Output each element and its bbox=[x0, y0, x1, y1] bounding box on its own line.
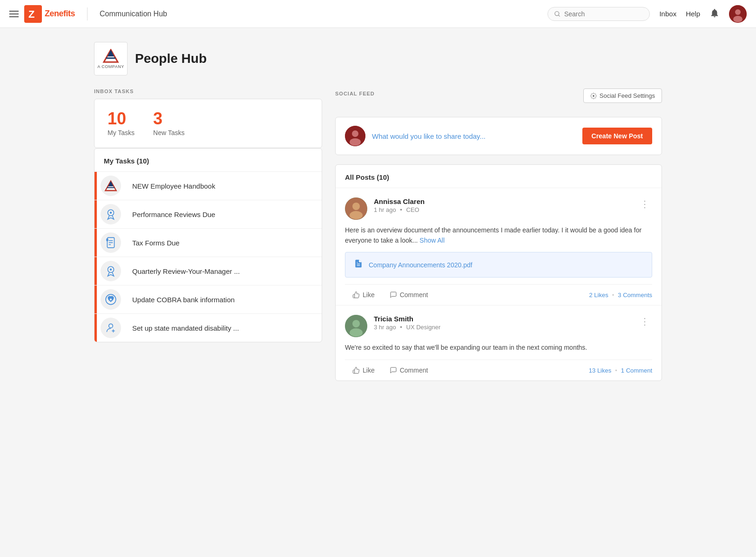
task-label: Update COBRA bank information bbox=[125, 296, 322, 304]
post-attachment[interactable]: Company Announcements 2020.pdf bbox=[345, 252, 652, 278]
comments-count[interactable]: 1 Comment bbox=[621, 367, 652, 374]
like-label: Like bbox=[363, 291, 375, 299]
document-icon bbox=[105, 237, 117, 249]
svg-point-35 bbox=[352, 320, 360, 327]
post-item: Annissa Claren 1 hr ago • CEO ⋮ Here is … bbox=[336, 188, 662, 306]
svg-point-30 bbox=[352, 203, 360, 210]
stat-dot: • bbox=[615, 367, 617, 374]
post-dot: • bbox=[400, 206, 402, 213]
task-label: Set up state mandated disability ... bbox=[125, 324, 322, 332]
task-icon-award2 bbox=[101, 261, 121, 281]
notifications-bell[interactable] bbox=[709, 8, 720, 20]
comment-icon bbox=[390, 367, 397, 374]
gear-icon bbox=[590, 93, 597, 99]
like-button[interactable]: Like bbox=[345, 365, 382, 376]
company-icon bbox=[104, 179, 117, 192]
likes-count[interactable]: 13 Likes bbox=[589, 367, 611, 374]
task-item[interactable]: Update COBRA bank information bbox=[94, 285, 322, 314]
post-role: UX Designer bbox=[406, 324, 441, 331]
post-meta: Tricia Smith 3 hr ago • UX Designer bbox=[374, 315, 631, 331]
task-item[interactable]: Set up state mandated disability ... bbox=[94, 314, 322, 342]
help-link[interactable]: Help bbox=[686, 10, 700, 18]
task-icon-person-plus bbox=[101, 318, 121, 338]
company-logo-box: A COMPANY bbox=[94, 42, 128, 75]
heart-icon bbox=[105, 293, 117, 306]
post-header: Annissa Claren 1 hr ago • CEO ⋮ bbox=[345, 197, 652, 220]
inbox-tasks-label: INBOX TASKS bbox=[94, 88, 322, 94]
post-author-name: Tricia Smith bbox=[374, 315, 631, 323]
post-role: CEO bbox=[406, 206, 419, 213]
comments-count[interactable]: 3 Comments bbox=[618, 292, 652, 299]
new-tasks-count: 3 bbox=[153, 110, 184, 127]
post-body: Here is an overview document of the anno… bbox=[345, 225, 652, 245]
task-icon-document bbox=[101, 232, 121, 253]
post-item: Tricia Smith 3 hr ago • UX Designer ⋮ We… bbox=[336, 306, 662, 380]
post-more-menu[interactable]: ⋮ bbox=[637, 197, 652, 211]
svg-point-2 bbox=[555, 11, 559, 15]
task-item[interactable]: Tax Forms Due bbox=[94, 229, 322, 257]
task-item[interactable]: Quarterly Review-Your-Manager ... bbox=[94, 257, 322, 285]
post-meta: Annissa Claren 1 hr ago • CEO bbox=[374, 197, 631, 213]
svg-point-27 bbox=[352, 130, 358, 137]
comment-button[interactable]: Comment bbox=[382, 289, 436, 300]
social-feed-label: SOCIAL FEED bbox=[335, 91, 375, 96]
top-navigation: Z Zenefits Communication Hub Inbox Help bbox=[0, 0, 756, 28]
svg-point-28 bbox=[350, 138, 361, 146]
post-time: 3 hr ago bbox=[374, 324, 396, 331]
current-user-avatar bbox=[345, 126, 365, 146]
social-feed-header: SOCIAL FEED Social Feed Settings bbox=[335, 88, 662, 103]
search-input[interactable] bbox=[564, 10, 643, 18]
svg-point-23 bbox=[109, 324, 113, 328]
my-tasks-heading: My Tasks (10) bbox=[94, 149, 322, 172]
like-icon bbox=[352, 291, 360, 299]
new-post-placeholder[interactable]: What would you like to share today... bbox=[372, 132, 576, 140]
new-tasks-block: 3 New Tasks bbox=[153, 110, 184, 136]
task-icon-wrap bbox=[97, 200, 125, 228]
inbox-link[interactable]: Inbox bbox=[659, 10, 676, 18]
comment-label: Comment bbox=[400, 291, 428, 299]
comment-button[interactable]: Comment bbox=[382, 365, 436, 376]
post-more-menu[interactable]: ⋮ bbox=[637, 315, 652, 328]
task-icon-wrap bbox=[97, 314, 125, 342]
post-author-avatar bbox=[345, 315, 367, 337]
all-posts-card: All Posts (10) Annissa Claren bbox=[335, 164, 662, 381]
zenefits-logo[interactable]: Z Zenefits bbox=[24, 5, 75, 23]
post-time-role: 1 hr ago • CEO bbox=[374, 206, 631, 213]
likes-count[interactable]: 2 Likes bbox=[589, 292, 608, 299]
hamburger-menu[interactable] bbox=[9, 11, 19, 17]
post-body-text: Here is an overview document of the anno… bbox=[345, 226, 641, 244]
inbox-tasks-section: INBOX TASKS 10 My Tasks 3 New Tasks My T… bbox=[94, 88, 322, 342]
post-header: Tricia Smith 3 hr ago • UX Designer ⋮ bbox=[345, 315, 652, 337]
svg-point-36 bbox=[350, 328, 363, 337]
all-posts-heading: All Posts (10) bbox=[336, 165, 662, 188]
svg-point-6 bbox=[733, 16, 742, 22]
svg-point-21 bbox=[110, 269, 112, 271]
post-body: We're so excited to say that we'll be ex… bbox=[345, 343, 652, 353]
my-tasks-label: My Tasks bbox=[108, 129, 135, 136]
task-label: Tax Forms Due bbox=[125, 239, 322, 247]
svg-rect-19 bbox=[106, 238, 108, 241]
search-box[interactable] bbox=[547, 7, 650, 21]
task-item[interactable]: NEW Employee Handbook bbox=[94, 172, 322, 200]
task-label: NEW Employee Handbook bbox=[125, 182, 322, 190]
post-stats: 2 Likes • 3 Comments bbox=[589, 292, 652, 299]
svg-text:Z: Z bbox=[28, 8, 34, 20]
svg-point-14 bbox=[110, 212, 112, 214]
new-post-card: What would you like to share today... Cr… bbox=[335, 117, 662, 155]
page-content: A COMPANY People Hub INBOX TASKS 10 My T… bbox=[75, 28, 681, 395]
like-button[interactable]: Like bbox=[345, 289, 382, 300]
user-avatar-nav[interactable] bbox=[729, 5, 747, 23]
post-stats: 13 Likes • 1 Comment bbox=[589, 367, 652, 374]
zenefits-z-icon: Z bbox=[24, 5, 42, 23]
post-time: 1 hr ago bbox=[374, 206, 396, 213]
two-column-layout: INBOX TASKS 10 My Tasks 3 New Tasks My T… bbox=[94, 88, 662, 381]
task-icon-award bbox=[101, 204, 121, 224]
my-tasks-block: 10 My Tasks bbox=[108, 110, 135, 136]
show-all-link[interactable]: Show All bbox=[419, 237, 445, 244]
attachment-filename: Company Announcements 2020.pdf bbox=[369, 261, 472, 269]
bell-icon bbox=[709, 8, 720, 18]
task-item[interactable]: Performance Reviews Due bbox=[94, 200, 322, 229]
create-new-post-button[interactable]: Create New Post bbox=[582, 128, 652, 144]
stat-dot: • bbox=[612, 292, 614, 299]
social-feed-settings-button[interactable]: Social Feed Settings bbox=[583, 88, 662, 103]
